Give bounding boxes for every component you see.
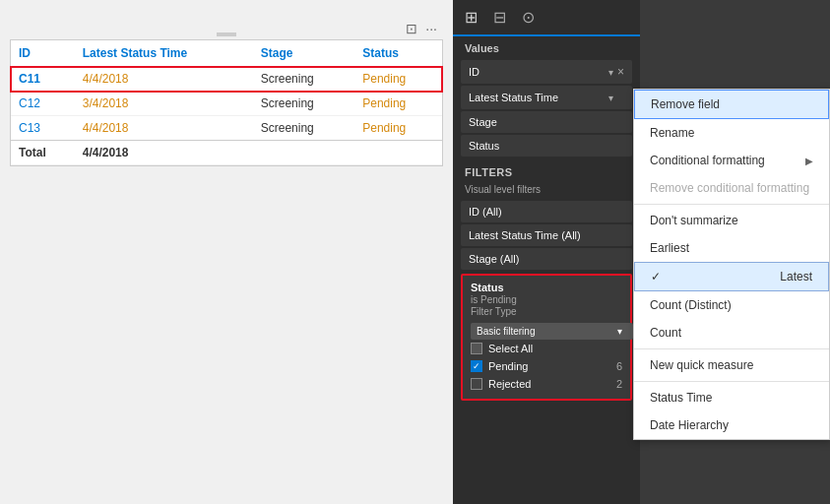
table-icon-bar: ⊡ ··· (406, 21, 437, 36)
checkbox-select-all-box[interactable] (471, 343, 482, 354)
cell-stage: Screening (253, 92, 355, 116)
table-container: ⊡ ··· ID Latest Status Time Stage Status… (10, 39, 443, 166)
field-id-label: ID (469, 66, 479, 78)
checkbox-select-all-label: Select All (488, 343, 533, 354)
menu-item-remove-field[interactable]: Remove field (634, 90, 829, 119)
filter-view-icon[interactable]: ⊟ (493, 8, 506, 27)
menu-item-rename[interactable]: Rename (634, 119, 829, 147)
data-table: ID Latest Status Time Stage Status C11 4… (11, 40, 442, 165)
cell-id: C13 (11, 116, 75, 141)
filters-section-label: FILTERS (453, 158, 640, 182)
field-lst-label: Latest Status Time (469, 92, 558, 103)
cell-id: C11 (11, 67, 75, 92)
filter-type-select[interactable]: Basic filtering Advanced filtering (471, 323, 633, 340)
menu-item-count-distinct[interactable]: Count (Distinct) (634, 291, 829, 319)
table-view-icon[interactable]: ⊞ (465, 8, 478, 27)
filter-latest-status-time[interactable]: Latest Status Time (All) (461, 224, 632, 246)
cell-time: 4/4/2018 (75, 116, 253, 141)
menu-remove-field-label: Remove field (651, 97, 720, 111)
top-icon-bar: ⊞ ⊟ ⊙ (453, 0, 640, 36)
total-time: 4/4/2018 (75, 141, 253, 165)
more-icon[interactable]: ··· (425, 21, 437, 36)
right-side-area: Remove field Rename Conditional formatti… (640, 0, 830, 504)
menu-item-dont-summarize[interactable]: Don't summarize (634, 207, 829, 234)
right-panel-inner: ⊞ ⊟ ⊙ Values ID ▾ × Latest Status Time ▾… (453, 0, 830, 504)
field-stage[interactable]: Stage (461, 111, 632, 133)
checkbox-select-all[interactable]: Select All (471, 340, 622, 357)
field-lst-chevron[interactable]: ▾ (608, 93, 613, 103)
status-filter-subtitle: is Pending (471, 294, 622, 305)
field-id-close[interactable]: × (617, 65, 624, 79)
filters-sub-label: Visual level filters (453, 182, 640, 199)
field-id-chevron[interactable]: ▾ (608, 67, 613, 78)
checkbox-rejected-count: 2 (616, 378, 622, 390)
filter-type-row: Basic filtering Advanced filtering ▾ (471, 323, 622, 340)
resize-handle-top[interactable] (217, 32, 236, 36)
right-panel: ⊞ ⊟ ⊙ Values ID ▾ × Latest Status Time ▾… (453, 0, 830, 504)
total-status (354, 141, 442, 165)
checkbox-pending[interactable]: ✓ Pending 6 (471, 357, 622, 375)
cell-status: Pending (354, 92, 442, 116)
table-header-row: ID Latest Status Time Stage Status (11, 40, 442, 67)
panel-main: ⊞ ⊟ ⊙ Values ID ▾ × Latest Status Time ▾… (453, 0, 640, 504)
filter-stage[interactable]: Stage (All) (461, 248, 632, 270)
col-status: Status (354, 40, 442, 67)
menu-item-conditional-formatting[interactable]: Conditional formatting ▶ (634, 147, 829, 174)
field-view-icon[interactable]: ⊙ (522, 8, 535, 27)
table-row[interactable]: C13 4/4/2018 Screening Pending (11, 116, 442, 141)
menu-item-new-quick-measure[interactable]: New quick measure (634, 351, 829, 379)
menu-date-hierarchy-label: Date Hierarchy (650, 418, 729, 432)
values-label: Values (453, 36, 640, 58)
checkbox-rejected-box[interactable] (471, 378, 482, 390)
menu-item-earliest[interactable]: Earliest (634, 234, 829, 262)
table-row[interactable]: C11 4/4/2018 Screening Pending (11, 67, 442, 92)
menu-status-time-label: Status Time (650, 391, 712, 405)
checkbox-pending-label: Pending (488, 360, 528, 372)
status-filter-box: Status is Pending Filter Type Basic filt… (461, 274, 632, 401)
checkbox-rejected-label: Rejected (488, 378, 531, 390)
status-filter-title: Status (471, 282, 622, 293)
menu-latest-label: Latest (780, 270, 812, 284)
status-filter-type-label: Filter Type (471, 306, 622, 317)
cell-time: 3/4/2018 (75, 92, 253, 116)
menu-separator-2 (634, 348, 829, 349)
cell-stage: Screening (253, 116, 355, 141)
menu-item-status-time[interactable]: Status Time (634, 384, 829, 411)
menu-remove-conditional-label: Remove conditional formatting (650, 181, 809, 195)
filter-id[interactable]: ID (All) (461, 201, 632, 222)
menu-new-quick-measure-label: New quick measure (650, 358, 753, 372)
cell-time: 4/4/2018 (75, 67, 253, 92)
context-menu: Remove field Rename Conditional formatti… (633, 89, 830, 440)
field-lst-close[interactable]: × (617, 91, 624, 104)
menu-separator-1 (634, 204, 829, 205)
submenu-arrow-icon: ▶ (805, 156, 813, 166)
menu-item-remove-conditional: Remove conditional formatting (634, 174, 829, 202)
checkbox-pending-box[interactable]: ✓ (471, 360, 482, 372)
field-id[interactable]: ID ▾ × (461, 60, 632, 84)
menu-item-date-hierarchy[interactable]: Date Hierarchy (634, 411, 829, 439)
menu-earliest-label: Earliest (650, 241, 689, 255)
field-status[interactable]: Status (461, 135, 632, 157)
table-total-row: Total 4/4/2018 (11, 141, 442, 165)
menu-rename-label: Rename (650, 126, 694, 140)
expand-icon[interactable]: ⊡ (406, 21, 417, 36)
col-stage: Stage (253, 40, 355, 67)
menu-dont-summarize-label: Don't summarize (650, 214, 738, 227)
field-latest-status-time[interactable]: Latest Status Time ▾ × (461, 86, 632, 109)
menu-count-label: Count (650, 326, 681, 340)
checkbox-rejected[interactable]: Rejected 2 (471, 375, 622, 393)
field-stage-label: Stage (469, 116, 497, 128)
field-lst-actions: ▾ × (608, 91, 624, 104)
col-id: ID (11, 40, 75, 67)
table-row[interactable]: C12 3/4/2018 Screening Pending (11, 92, 442, 116)
cell-stage: Screening (253, 67, 355, 92)
menu-item-latest[interactable]: ✓ Latest (634, 262, 829, 291)
menu-separator-3 (634, 381, 829, 382)
cell-status: Pending (354, 116, 442, 141)
menu-item-count[interactable]: Count (634, 319, 829, 346)
left-panel: ⊡ ··· ID Latest Status Time Stage Status… (0, 0, 453, 504)
menu-conditional-label: Conditional formatting (650, 154, 765, 167)
checkbox-pending-count: 6 (616, 360, 622, 372)
cell-status: Pending (354, 67, 442, 92)
total-stage (253, 141, 355, 165)
